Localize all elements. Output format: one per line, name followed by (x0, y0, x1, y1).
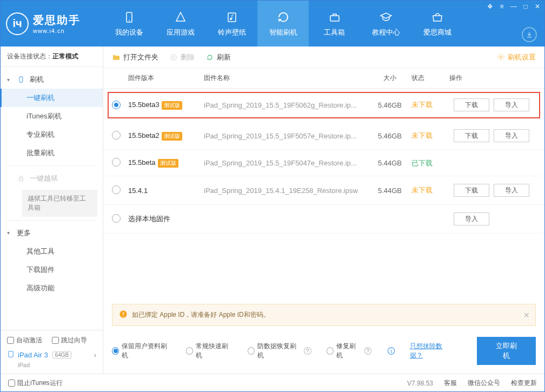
svg-rect-5 (19, 77, 23, 83)
auto-activate-checkbox[interactable]: 自动激活 (7, 336, 42, 345)
skin-icon[interactable]: ❖ (486, 3, 494, 10)
phone-icon (122, 10, 136, 24)
beta-tag: 测试版 (162, 101, 182, 110)
svg-point-9 (500, 56, 502, 58)
tablet-icon (7, 350, 15, 360)
nav-mydevice[interactable]: 我的设备 (103, 1, 155, 46)
local-firmware-row[interactable]: 选择本地固件 导入 (103, 205, 544, 234)
svg-rect-12 (123, 316, 123, 316)
help-icon[interactable]: ? (364, 347, 371, 355)
radio-firmware[interactable] (112, 101, 121, 109)
warning-icon (119, 310, 128, 320)
sidebar-group-more[interactable]: ▾ 更多 (1, 224, 103, 242)
logo-icon: iч (6, 12, 29, 35)
sidebar-item-pro-flash[interactable]: 专业刷机 (1, 125, 103, 144)
nav-flash[interactable]: 智能刷机 (257, 1, 309, 46)
download-manager-button[interactable] (522, 27, 537, 42)
erase-data-link[interactable]: 只想抹除数据？ (410, 342, 453, 360)
minimize-icon[interactable]: — (510, 3, 517, 10)
device-name-row[interactable]: iPad Air 3 64GB › (7, 350, 96, 360)
svg-rect-6 (19, 178, 23, 181)
opt-antiloss[interactable]: 防数据恢复刷机? (248, 342, 311, 360)
jailbreak-moved-note: 越狱工具已转移至工具箱 (22, 190, 97, 217)
import-button[interactable]: 导入 (454, 212, 489, 225)
download-button[interactable]: 下载 (454, 129, 489, 142)
firmware-row[interactable]: 15.4.1iPad_Spring_2019_15.4.1_19E258_Res… (103, 176, 544, 205)
nav-ringtones[interactable]: 铃声壁纸 (206, 1, 257, 46)
open-folder-button[interactable]: 打开文件夹 (112, 52, 158, 62)
menu-icon[interactable]: ≡ (498, 3, 506, 10)
main-panel: 打开文件夹 删除 刷新 刷机设置 固件版本 固件名称 大小 状态 操作 15.5… (103, 46, 544, 374)
import-button[interactable]: 导入 (494, 184, 529, 197)
help-icon[interactable]: ? (304, 347, 311, 355)
sidebar-item-download-firmware[interactable]: 下载固件 (1, 261, 103, 279)
footer-update[interactable]: 检查更新 (511, 378, 537, 388)
footer-wechat[interactable]: 微信公众号 (468, 378, 500, 388)
chevron-down-icon: ▾ (7, 230, 10, 236)
chevron-right-icon: › (94, 351, 96, 359)
radio-firmware[interactable] (112, 185, 121, 194)
sidebar-item-other-tools[interactable]: 其他工具 (1, 242, 103, 261)
refresh-icon (205, 53, 214, 62)
device-info: 自动激活 跳过向导 iPad Air 3 64GB › iPad (1, 330, 103, 374)
delete-button[interactable]: 删除 (169, 52, 195, 62)
sidebar-item-itunes-flash[interactable]: iTunes刷机 (1, 107, 103, 125)
nav-toolbox[interactable]: 工具箱 (309, 1, 360, 46)
appstore-icon (174, 10, 188, 24)
lock-icon (17, 174, 25, 183)
toolbox-icon (328, 10, 342, 24)
close-icon[interactable]: ✕ (534, 3, 541, 10)
radio-firmware[interactable] (112, 158, 121, 167)
opt-repair[interactable]: 修复刷机? (327, 342, 371, 360)
download-icon (526, 31, 533, 38)
beta-tag: 测试版 (158, 159, 178, 168)
top-nav: 我的设备 应用游戏 铃声壁纸 智能刷机 工具箱 教程中心 爱思商城 (103, 1, 463, 46)
sidebar-group-flash[interactable]: ▾ 刷机 (1, 70, 103, 89)
app-header: iч 爱思助手 www.i4.cn 我的设备 应用游戏 铃声壁纸 智能刷机 工具… (1, 1, 544, 46)
flash-settings-button[interactable]: 刷机设置 (496, 52, 536, 62)
opt-normal[interactable]: 常规快速刷机 (186, 342, 232, 360)
firmware-row[interactable]: 15.5beta测试版iPad_Spring_2019_15.5_19F5047… (103, 150, 544, 176)
import-button[interactable]: 导入 (494, 129, 529, 142)
svg-rect-4 (330, 16, 339, 21)
svg-rect-7 (9, 351, 13, 357)
chevron-down-icon: ▾ (7, 77, 10, 83)
block-itunes-checkbox[interactable]: 阻止iTunes运行 (8, 378, 63, 388)
maximize-icon[interactable]: □ (522, 3, 529, 10)
nav-store[interactable]: 爱思商城 (411, 1, 463, 46)
delete-icon (169, 53, 178, 62)
sidebar-item-advanced[interactable]: 高级功能 (1, 279, 103, 297)
close-notice-icon[interactable]: ✕ (523, 311, 530, 320)
flash-options: 保留用户资料刷机 常规快速刷机 防数据恢复刷机? 修复刷机? i 只想抹除数据？… (103, 335, 544, 374)
info-icon[interactable]: i (388, 347, 395, 355)
col-version: 固件版本 (128, 74, 204, 83)
nav-apps[interactable]: 应用游戏 (155, 1, 206, 46)
svg-point-1 (129, 20, 130, 21)
toolbar: 打开文件夹 删除 刷新 刷机设置 (103, 46, 544, 68)
firmware-row[interactable]: 15.5beta2测试版iPad_Spring_2019_15.5_19F505… (103, 122, 544, 150)
graduation-icon (379, 10, 393, 24)
folder-icon (112, 53, 121, 62)
phone-icon (17, 75, 25, 84)
sidebar: 设备连接状态：正常模式 ▾ 刷机 一键刷机 iTunes刷机 专业刷机 批量刷机… (1, 46, 103, 374)
col-size: 大小 (368, 74, 411, 83)
skip-guide-checkbox[interactable]: 跳过向导 (52, 336, 87, 345)
col-action: 操作 (449, 74, 536, 83)
download-button[interactable]: 下载 (454, 184, 489, 197)
footer-support[interactable]: 客服 (444, 378, 457, 388)
sidebar-group-jailbreak[interactable]: 一键越狱 (1, 169, 103, 188)
radio-firmware[interactable] (112, 131, 121, 139)
sidebar-item-oneclick-flash[interactable]: 一键刷机 (1, 89, 103, 107)
svg-point-3 (230, 18, 232, 20)
music-icon (225, 10, 239, 24)
sidebar-item-batch-flash[interactable]: 批量刷机 (1, 144, 103, 162)
nav-tutorials[interactable]: 教程中心 (360, 1, 411, 46)
firmware-row[interactable]: 15.5beta3测试版iPad_Spring_2019_15.5_19F506… (107, 91, 541, 119)
flash-now-button[interactable]: 立即刷机 (477, 337, 536, 365)
import-button[interactable]: 导入 (494, 98, 529, 111)
opt-keep-data[interactable]: 保留用户资料刷机 (112, 342, 171, 360)
refresh-button[interactable]: 刷新 (205, 52, 231, 62)
device-type: iPad (18, 362, 96, 368)
radio-local[interactable] (112, 214, 121, 223)
download-button[interactable]: 下载 (454, 98, 489, 111)
